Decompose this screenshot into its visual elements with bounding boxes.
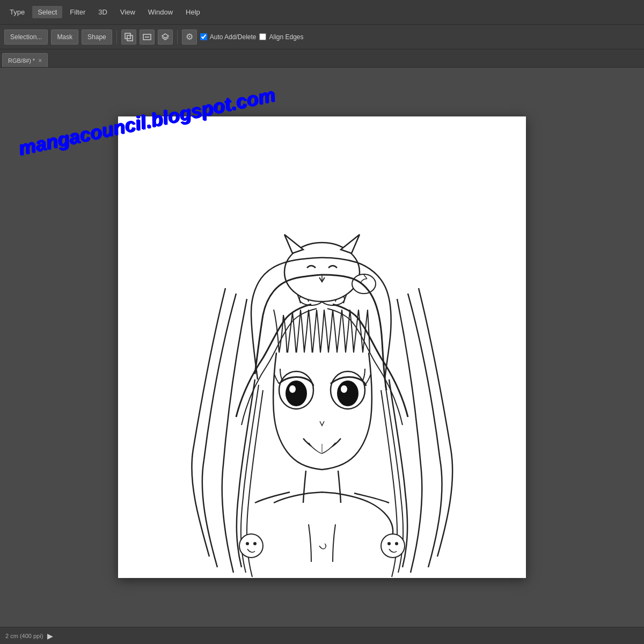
align-edges-label[interactable]: Align Edges <box>259 33 303 41</box>
menu-filter[interactable]: Filter <box>64 6 91 18</box>
tab-label: RGB/8#) * <box>8 57 35 64</box>
svg-point-22 <box>387 542 391 545</box>
svg-point-23 <box>395 542 398 545</box>
selection-button[interactable]: Selection... <box>4 30 48 45</box>
tool-settings-icon[interactable]: ⚙ <box>182 30 197 45</box>
menu-window[interactable]: Window <box>143 6 178 18</box>
status-arrow-icon: ▶ <box>47 632 53 640</box>
svg-point-18 <box>239 534 263 558</box>
status-dimensions: 2 cm (400 ppi) <box>5 633 43 639</box>
menu-view[interactable]: View <box>115 6 141 18</box>
menu-3d[interactable]: 3D <box>93 6 113 18</box>
menu-help[interactable]: Help <box>180 6 206 18</box>
svg-point-12 <box>286 380 307 406</box>
svg-point-10 <box>352 274 376 294</box>
canvas-area: mangacouncil.blogspot.com <box>0 68 644 627</box>
divider-2 <box>177 30 178 44</box>
svg-point-13 <box>289 385 296 393</box>
menu-type[interactable]: Type <box>4 6 30 18</box>
svg-rect-1 <box>127 35 133 41</box>
drawing-canvas[interactable] <box>118 116 526 578</box>
svg-rect-0 <box>125 33 130 39</box>
document-tab[interactable]: RGB/8#) * × <box>2 53 48 67</box>
path-layers-icon[interactable] <box>158 30 173 45</box>
svg-point-19 <box>246 542 249 545</box>
path-combine-icon[interactable] <box>121 30 136 45</box>
menu-bar: Type Select Filter 3D View Window Help <box>0 0 644 25</box>
mask-button[interactable]: Mask <box>51 30 78 45</box>
auto-add-delete-checkbox[interactable] <box>200 33 207 40</box>
divider-1 <box>116 30 117 44</box>
tab-bar: RGB/8#) * × <box>0 49 644 68</box>
svg-point-16 <box>341 385 347 393</box>
status-bar: 2 cm (400 ppi) ▶ <box>0 627 644 644</box>
auto-add-delete-label[interactable]: Auto Add/Delete <box>200 33 257 41</box>
tab-close-button[interactable]: × <box>38 57 42 64</box>
svg-point-21 <box>381 534 405 558</box>
manga-artwork <box>118 116 526 578</box>
menu-select[interactable]: Select <box>32 6 62 18</box>
tool-options-bar: Selection... Mask Shape ⚙ Auto Add/Delet… <box>0 25 644 49</box>
svg-marker-4 <box>162 34 169 38</box>
svg-rect-5 <box>118 116 526 578</box>
svg-point-20 <box>253 542 257 545</box>
svg-point-15 <box>337 380 358 406</box>
shape-button[interactable]: Shape <box>82 30 112 45</box>
align-edges-checkbox[interactable] <box>259 33 266 40</box>
path-subtract-icon[interactable] <box>140 30 155 45</box>
